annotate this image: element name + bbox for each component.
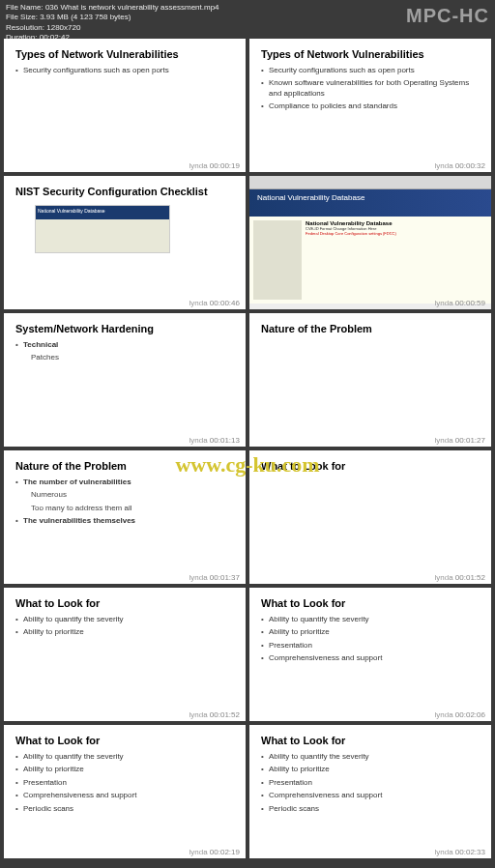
bullet-item: Ability to prioritize xyxy=(261,627,480,637)
bullet-item: Periodic scans xyxy=(15,804,234,814)
bullet-item: Ability to quantify the severity xyxy=(15,615,234,624)
slide-timestamp: lynda 00:02:33 xyxy=(435,848,486,856)
bullet-item: Security configurations such as open por… xyxy=(15,66,234,75)
nvd-banner: National Vulnerability Database xyxy=(249,189,491,217)
slide-title: What to Look for xyxy=(261,735,480,746)
thumbnail-slide[interactable]: What to Look forAbility to quantify the … xyxy=(249,725,491,858)
slide-timestamp: lynda 00:00:32 xyxy=(435,161,486,170)
slide-title: Nature of the Problem xyxy=(261,323,480,334)
thumbnail-slide[interactable]: What to Look forAbility to quantify the … xyxy=(249,588,491,721)
slide-title: Types of Network Vulnerabilities xyxy=(261,48,480,60)
nvd-page-content: National Vulnerability DatabaseCVE-ID Fo… xyxy=(249,217,491,304)
bullet-item: Patches xyxy=(15,353,234,362)
bullet-item: Ability to prioritize xyxy=(261,765,480,774)
slide-timestamp: lynda 00:02:19 xyxy=(189,848,241,856)
slide-title: What to Look for xyxy=(15,597,234,609)
thumbnail-slide[interactable]: NIST Security Configuration ChecklistNat… xyxy=(4,176,246,309)
thumbnail-grid: Types of Network VulnerabilitiesSecurity… xyxy=(4,39,491,858)
bullet-item: Comprehensiveness and support xyxy=(261,653,480,663)
thumbnail-slide[interactable]: Nature of the Problemlynda 00:01:27 xyxy=(249,313,491,447)
thumbnail-slide[interactable]: What to Look forAbility to quantify the … xyxy=(4,588,246,721)
slide-timestamp: lynda 00:00:59 xyxy=(435,299,486,307)
bullet-item: Known software vulnerabilities for both … xyxy=(261,78,480,99)
nist-screenshot-thumb: National Vulnerability Database xyxy=(35,205,170,253)
bullet-item: The number of vulnerabilities xyxy=(15,477,234,487)
video-info-header: File Name: 036 What is network vulnerabi… xyxy=(0,0,495,39)
slide-timestamp: lynda 00:01:37 xyxy=(189,573,241,582)
bullet-item: Numerous xyxy=(15,490,234,500)
bullet-item: The vulnerabilities themselves xyxy=(15,516,234,526)
bullet-list: Ability to quantify the severityAbility … xyxy=(261,752,480,814)
bullet-item: Compliance to policies and standards xyxy=(261,101,480,111)
bullet-item: Presentation xyxy=(15,778,234,788)
slide-title: What to Look for xyxy=(261,460,480,472)
thumbnail-slide[interactable]: Types of Network VulnerabilitiesSecurity… xyxy=(249,39,491,172)
slide-title: System/Network Hardening xyxy=(15,323,234,334)
slide-title: Types of Network Vulnerabilities xyxy=(15,48,234,60)
slide-title: NIST Security Configuration Checklist xyxy=(15,186,234,197)
thumbnail-slide[interactable]: System/Network HardeningTechnicalPatches… xyxy=(4,313,246,447)
bullet-item: Ability to prioritize xyxy=(15,765,234,774)
bullet-list: Security configurations such as open por… xyxy=(15,66,234,75)
bullet-item: Presentation xyxy=(261,641,480,651)
bullet-item: Ability to prioritize xyxy=(15,627,234,637)
slide-title: What to Look for xyxy=(261,597,480,609)
thumbnail-slide[interactable]: What to Look forAbility to quantify the … xyxy=(4,725,246,858)
thumbnail-slide[interactable]: Nature of the ProblemThe number of vulne… xyxy=(4,450,246,584)
bullet-list: Ability to quantify the severityAbility … xyxy=(261,615,480,664)
slide-timestamp: lynda 00:01:27 xyxy=(435,436,486,445)
bullet-item: Comprehensiveness and support xyxy=(15,791,234,800)
bullet-item: Comprehensiveness and support xyxy=(261,791,480,800)
thumbnail-slide[interactable]: What to Look forlynda 00:01:52 xyxy=(249,450,491,584)
bullet-item: Technical xyxy=(15,340,234,350)
bullet-list: Ability to quantify the severityAbility … xyxy=(15,615,234,638)
bullet-item: Periodic scans xyxy=(261,804,480,814)
bullet-item: Security configurations such as open por… xyxy=(261,66,480,75)
file-info-block: File Name: 036 What is network vulnerabi… xyxy=(6,3,219,36)
slide-timestamp: lynda 00:01:52 xyxy=(435,573,486,582)
slide-timestamp: lynda 00:00:46 xyxy=(189,299,241,307)
app-name-label: MPC-HC xyxy=(406,3,489,36)
thumbnail-slide[interactable]: National Vulnerability DatabaseNational … xyxy=(249,176,491,309)
slide-timestamp: lynda 00:02:06 xyxy=(435,710,486,719)
bullet-list: Ability to quantify the severityAbility … xyxy=(15,752,234,814)
bullet-item: Presentation xyxy=(261,778,480,788)
bullet-item: Too many to address them all xyxy=(15,504,234,513)
browser-chrome xyxy=(249,176,491,189)
slide-title: What to Look for xyxy=(15,735,234,746)
slide-timestamp: lynda 00:01:52 xyxy=(189,710,241,719)
thumbnail-slide[interactable]: Types of Network VulnerabilitiesSecurity… xyxy=(4,39,246,172)
bullet-item: Ability to quantify the severity xyxy=(261,752,480,762)
bullet-item: Ability to quantify the severity xyxy=(15,752,234,762)
bullet-list: Security configurations such as open por… xyxy=(261,66,480,112)
slide-timestamp: lynda 00:01:13 xyxy=(189,436,241,445)
slide-title: Nature of the Problem xyxy=(15,460,234,472)
bullet-item: Ability to quantify the severity xyxy=(261,615,480,624)
bullet-list: TechnicalPatches xyxy=(15,340,234,363)
slide-timestamp: lynda 00:00:19 xyxy=(189,161,241,170)
bullet-list: The number of vulnerabilitiesNumerousToo… xyxy=(15,477,234,527)
